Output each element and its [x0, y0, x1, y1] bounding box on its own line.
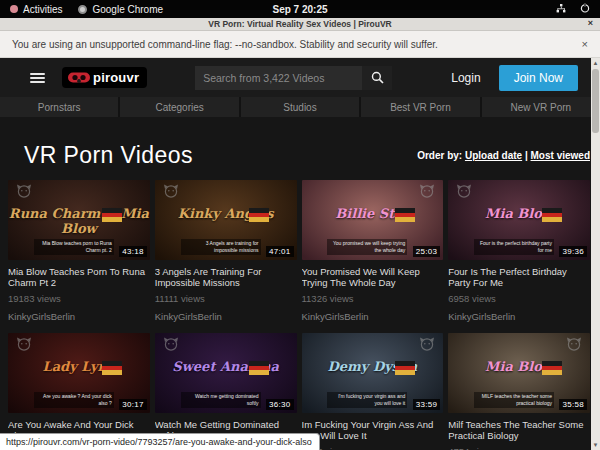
cat-mask-watermark-icon — [419, 337, 435, 355]
duration-badge: 30:17 — [119, 399, 147, 410]
video-card: Runa Charm & Mia Blow Mia Blow teaches p… — [8, 180, 150, 322]
order-separator: | — [525, 150, 528, 161]
duration-badge: 36:30 — [266, 399, 294, 410]
thumbnail-caption: I'm fucking your virgin ass and you will… — [327, 392, 407, 408]
search-button[interactable] — [362, 66, 392, 90]
order-upload-date-link[interactable]: Upload date — [465, 150, 522, 161]
thumbnail-overlay-title: Sweet Analena — [155, 359, 297, 374]
site-logo[interactable]: pirouvr — [62, 67, 147, 88]
view-count: 8785 views — [302, 446, 444, 450]
warning-close-icon[interactable]: × — [582, 38, 588, 50]
thumbnail-overlay-title: Kinky Angels — [155, 206, 297, 221]
status-url-bubble: https://pirouvr.com/vr-porn-video/779325… — [0, 433, 320, 450]
studio-link[interactable]: KinkyGirlsBerlin — [302, 311, 444, 322]
view-count: 4754 views — [448, 446, 590, 450]
nav-item-new-vr[interactable]: New VR Porn — [480, 97, 600, 117]
thumbnail-overlay-title: Demy Dyson — [302, 359, 444, 374]
german-flag-icon — [542, 208, 562, 222]
video-card: Billie Star You promised we will keep tr… — [302, 180, 444, 322]
power-icon[interactable] — [580, 3, 590, 15]
logo-text: pirouvr — [93, 70, 139, 85]
nav-item-best-vr[interactable]: Best VR Porn — [359, 97, 479, 117]
video-title[interactable]: 3 Angels Are Training For Impossible Mis… — [155, 266, 297, 288]
order-by: Order by: Upload date | Most viewed — [417, 150, 590, 161]
system-top-bar: Activities Google Chrome Sep 7 20:25 — [0, 0, 600, 18]
view-count: 6958 views — [448, 293, 590, 304]
thumbnail-caption: Four is the perfect birthday party for m… — [474, 239, 554, 255]
thumbnail-caption: 3 Angels are training for impossible mis… — [181, 239, 261, 255]
video-title[interactable]: Milf Teaches The Teacher Some Practical … — [448, 419, 590, 441]
duration-badge: 35:58 — [559, 399, 587, 410]
thumbnail-caption: MILF teaches the teacher some practical … — [474, 392, 554, 408]
cat-mask-watermark-icon — [456, 184, 472, 202]
page-head: VR Porn Videos Order by: Upload date | M… — [0, 117, 600, 177]
main-nav: Pornstars Categories Studios Best VR Por… — [0, 97, 600, 117]
search-input[interactable] — [195, 66, 362, 90]
scroll-down-icon[interactable]: ▼ — [593, 440, 599, 450]
menu-icon[interactable] — [30, 73, 45, 83]
page-scrollbar[interactable]: ▲ ▼ — [591, 58, 600, 450]
studio-link[interactable]: KinkyGirlsBerlin — [448, 311, 590, 322]
german-flag-icon — [395, 208, 415, 222]
order-most-viewed-link[interactable]: Most viewed — [531, 150, 590, 161]
duration-badge: 39:36 — [559, 246, 587, 257]
view-count: 19183 views — [8, 293, 150, 304]
video-title[interactable]: Four Is The Perfect Birthday Party For M… — [448, 266, 590, 288]
thumbnail-caption: Mia Blow teaches porn to Runa Charm pt. … — [34, 239, 114, 255]
cat-mask-watermark-icon — [419, 184, 435, 202]
video-thumbnail[interactable]: Mia Blow Four is the perfect birthday pa… — [448, 180, 590, 260]
site-header: pirouvr Login Join Now — [0, 58, 600, 97]
login-link[interactable]: Login — [451, 71, 480, 85]
scroll-up-icon[interactable]: ▲ — [593, 58, 599, 68]
page-title: VR Porn Videos — [24, 142, 193, 169]
video-thumbnail[interactable]: Runa Charm & Mia Blow Mia Blow teaches p… — [8, 180, 150, 260]
german-flag-icon — [249, 208, 269, 222]
video-title[interactable]: Mia Blow Teaches Porn To Runa Charm Pt 2 — [8, 266, 150, 288]
studio-link[interactable]: KinkyGirlsBerlin — [8, 311, 150, 322]
thumbnail-overlay-title: Mia Blow — [448, 206, 590, 221]
view-count: 11111 views — [155, 293, 297, 304]
german-flag-icon — [102, 208, 122, 222]
warning-message: You are using an unsupported command-lin… — [12, 39, 438, 50]
scrollbar-thumb[interactable] — [592, 69, 599, 133]
search-bar — [195, 66, 392, 90]
video-thumbnail[interactable]: Lady Lyne Are you awake ? And your dick … — [8, 333, 150, 413]
video-title[interactable]: Im Fucking Your Virgin Ass And You Will … — [302, 419, 444, 441]
view-count: 11326 views — [302, 293, 444, 304]
video-thumbnail[interactable]: Billie Star You promised we will keep tr… — [302, 180, 444, 260]
search-icon — [371, 71, 384, 84]
video-thumbnail[interactable]: Mia Blow MILF teaches the teacher some p… — [448, 333, 590, 413]
studio-link[interactable]: KinkyGirlsBerlin — [155, 311, 297, 322]
browser-title-bar: VR Porn: Virtual Reality Sex Videos | Pi… — [0, 18, 600, 31]
order-by-label: Order by: — [417, 150, 462, 161]
duration-badge: 47:01 — [266, 246, 294, 257]
video-thumbnail[interactable]: Demy Dyson I'm fucking your virgin ass a… — [302, 333, 444, 413]
network-icon[interactable] — [556, 4, 566, 15]
nav-item-pornstars[interactable]: Pornstars — [0, 97, 118, 117]
video-thumbnail[interactable]: Sweet Analena Watch me getting dominated… — [155, 333, 297, 413]
thumbnail-caption: You promised we will keep trying the who… — [327, 239, 407, 255]
thumbnail-overlay-title: Mia Blow — [448, 359, 590, 374]
nav-item-studios[interactable]: Studios — [239, 97, 359, 117]
cat-mask-watermark-icon — [16, 184, 32, 202]
clock[interactable]: Sep 7 20:25 — [0, 4, 600, 15]
cat-mask-watermark-icon — [16, 337, 32, 355]
video-title[interactable]: You Promised We Will Keep Trying The Who… — [302, 266, 444, 288]
video-thumbnail[interactable]: Kinky Angels 3 Angels are training for i… — [155, 180, 297, 260]
page-tab-title: VR Porn: Virtual Reality Sex Videos | Pi… — [208, 19, 391, 29]
german-flag-icon — [102, 361, 122, 375]
thumbnail-overlay-title: Runa Charm & Mia Blow — [8, 206, 150, 236]
cat-mask-watermark-icon — [566, 337, 582, 355]
nav-item-categories[interactable]: Categories — [118, 97, 238, 117]
vr-goggles-icon — [68, 72, 90, 84]
thumbnail-caption: Watch me getting dominated softly — [181, 392, 261, 408]
duration-badge: 33:59 — [413, 399, 441, 410]
thumbnail-overlay-title: Billie Star — [302, 206, 444, 221]
german-flag-icon — [249, 361, 269, 375]
video-card: Demy Dyson I'm fucking your virgin ass a… — [302, 333, 444, 450]
german-flag-icon — [542, 361, 562, 375]
tab-close-icon[interactable]: × — [588, 18, 593, 28]
video-card: Mia Blow Four is the perfect birthday pa… — [448, 180, 590, 322]
join-now-button[interactable]: Join Now — [499, 65, 578, 91]
video-grid: Runa Charm & Mia Blow Mia Blow teaches p… — [0, 177, 600, 450]
